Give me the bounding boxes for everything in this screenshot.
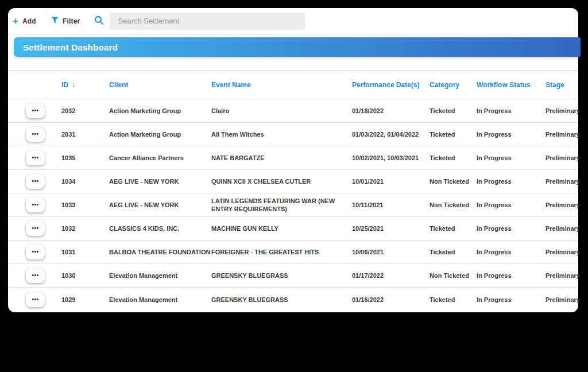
row-actions-button[interactable]: ••• bbox=[26, 103, 45, 118]
cell-stage: Preliminary bbox=[546, 296, 578, 303]
cell-category: Ticketed bbox=[430, 154, 477, 161]
row-actions-button[interactable]: ••• bbox=[26, 221, 45, 236]
cell-stage: Preliminary bbox=[546, 131, 578, 138]
cell-event-name: Clairo bbox=[211, 107, 352, 115]
cell-client: AEG LIVE - NEW YORK bbox=[109, 202, 211, 208]
cell-performance-dates: 10/25/2021 bbox=[352, 225, 430, 232]
cell-client: Action Marketing Group bbox=[109, 107, 211, 114]
cell-id: 2031 bbox=[61, 131, 109, 138]
table-row[interactable]: ••• 2032 Action Marketing Group Clairo 0… bbox=[8, 99, 578, 123]
row-actions-button[interactable]: ••• bbox=[26, 292, 45, 307]
cell-id: 1029 bbox=[61, 296, 109, 303]
ellipsis-icon: ••• bbox=[32, 202, 38, 208]
cell-event-name: All Them Witches bbox=[211, 130, 352, 138]
cell-category: Ticketed bbox=[430, 296, 477, 303]
table-body: ••• 2032 Action Marketing Group Clairo 0… bbox=[8, 99, 578, 311]
cell-id: 1034 bbox=[61, 178, 109, 185]
ellipsis-icon: ••• bbox=[32, 297, 38, 303]
magnifier-icon bbox=[94, 16, 104, 27]
cell-performance-dates: 10/01/2021 bbox=[352, 178, 430, 185]
row-actions-cell: ••• bbox=[8, 292, 61, 307]
cell-workflow-status: In Progress bbox=[477, 154, 546, 161]
column-header-id[interactable]: ID↓ bbox=[61, 81, 109, 89]
column-header-event-name[interactable]: Event Name bbox=[211, 81, 352, 89]
row-actions-button[interactable]: ••• bbox=[26, 150, 45, 165]
ellipsis-icon: ••• bbox=[32, 273, 38, 278]
cell-workflow-status: In Progress bbox=[477, 131, 546, 138]
cell-category: Ticketed bbox=[430, 225, 477, 232]
cell-event-name: GREENSKY BLUEGRASS bbox=[211, 272, 352, 280]
table-row[interactable]: ••• 2031 Action Marketing Group All Them… bbox=[8, 123, 578, 146]
search-input[interactable] bbox=[110, 13, 305, 30]
column-header-client[interactable]: Client bbox=[109, 81, 211, 89]
cell-performance-dates: 01/03/2022, 01/04/2022 bbox=[352, 131, 430, 138]
column-header-workflow-status[interactable]: Workflow Status bbox=[477, 81, 546, 89]
cell-id: 1031 bbox=[61, 249, 109, 255]
column-header-category[interactable]: Category bbox=[430, 81, 477, 89]
cell-id: 1030 bbox=[61, 272, 109, 279]
cell-stage: Preliminary bbox=[546, 154, 578, 161]
row-actions-button[interactable]: ••• bbox=[26, 245, 45, 259]
table-header-row: ID↓ Client Event Name Performance Date(s… bbox=[8, 70, 578, 99]
cell-performance-dates: 10/11/2021 bbox=[352, 202, 430, 208]
cell-client: AEG LIVE - NEW YORK bbox=[109, 178, 211, 185]
cell-performance-dates: 01/18/2022 bbox=[352, 107, 430, 114]
cell-client: Action Marketing Group bbox=[109, 131, 211, 138]
table-row[interactable]: ••• 1034 AEG LIVE - NEW YORK QUINN XCII … bbox=[8, 170, 578, 193]
column-header-stage[interactable]: Stage bbox=[546, 81, 578, 89]
cell-category: Ticketed bbox=[430, 131, 477, 138]
add-button-label: Add bbox=[22, 17, 36, 25]
table-row[interactable]: ••• 1031 BALBOA THEATRE FOUNDATION FOREI… bbox=[8, 241, 578, 264]
table-row[interactable]: ••• 1032 CLASSICS 4 KIDS, INC. MACHINE G… bbox=[8, 217, 578, 241]
cell-performance-dates: 01/17/2022 bbox=[352, 272, 430, 279]
cell-stage: Preliminary bbox=[546, 107, 578, 114]
page-title: Settlement Dashboard bbox=[23, 42, 118, 52]
table-row[interactable]: ••• 1035 Cancer Alliance Partners NATE B… bbox=[8, 146, 578, 170]
ellipsis-icon: ••• bbox=[32, 249, 38, 255]
row-actions-cell: ••• bbox=[8, 197, 61, 212]
row-actions-button[interactable]: ••• bbox=[26, 127, 45, 142]
cell-id: 2032 bbox=[61, 107, 109, 114]
cell-category: Non Ticketed bbox=[430, 178, 477, 185]
cell-performance-dates: 10/06/2021 bbox=[352, 249, 430, 255]
cell-event-name: GREENSKY BLUEGRASS bbox=[211, 296, 352, 304]
filter-button[interactable]: Filter bbox=[51, 17, 80, 26]
cell-client: Elevation Management bbox=[109, 272, 211, 279]
cell-category: Non Ticketed bbox=[430, 272, 477, 279]
add-button[interactable]: + Add bbox=[13, 17, 36, 25]
search-button[interactable] bbox=[94, 16, 104, 27]
row-actions-button[interactable]: ••• bbox=[26, 197, 45, 212]
column-header-performance-dates[interactable]: Performance Date(s) bbox=[352, 81, 430, 89]
row-actions-cell: ••• bbox=[8, 103, 61, 118]
ellipsis-icon: ••• bbox=[32, 226, 38, 231]
ellipsis-icon: ••• bbox=[32, 179, 38, 184]
cell-id: 1035 bbox=[61, 154, 109, 161]
funnel-icon bbox=[51, 17, 59, 26]
cell-stage: Preliminary bbox=[546, 202, 578, 208]
row-actions-cell: ••• bbox=[8, 150, 61, 165]
table-row[interactable]: ••• 1029 Elevation Management GREENSKY B… bbox=[8, 288, 578, 311]
cell-category: Non Ticketed bbox=[430, 202, 477, 208]
filter-button-label: Filter bbox=[63, 17, 80, 25]
toolbar: + Add Filter bbox=[8, 8, 578, 34]
row-actions-cell: ••• bbox=[8, 268, 61, 283]
cell-stage: Preliminary bbox=[546, 225, 578, 232]
ellipsis-icon: ••• bbox=[32, 155, 38, 161]
row-actions-button[interactable]: ••• bbox=[26, 268, 45, 283]
table-row[interactable]: ••• 1033 AEG LIVE - NEW YORK LATIN LEGEN… bbox=[8, 193, 578, 217]
cell-id: 1033 bbox=[61, 202, 109, 208]
page-title-bar: Settlement Dashboard bbox=[14, 37, 581, 57]
row-actions-button[interactable]: ••• bbox=[26, 174, 45, 189]
cell-client: CLASSICS 4 KIDS, INC. bbox=[109, 225, 211, 232]
cell-performance-dates: 10/02/2021, 10/03/2021 bbox=[352, 154, 430, 161]
cell-event-name: FOREIGNER - THE GREATEST HITS bbox=[211, 248, 352, 256]
row-actions-cell: ••• bbox=[8, 127, 61, 142]
cell-stage: Preliminary bbox=[546, 272, 578, 279]
cell-workflow-status: In Progress bbox=[477, 107, 546, 114]
row-actions-cell: ••• bbox=[8, 221, 61, 236]
cell-category: Ticketed bbox=[430, 107, 477, 114]
cell-workflow-status: In Progress bbox=[477, 178, 546, 185]
cell-client: Cancer Alliance Partners bbox=[109, 154, 211, 161]
cell-stage: Preliminary bbox=[546, 249, 578, 255]
table-row[interactable]: ••• 1030 Elevation Management GREENSKY B… bbox=[8, 264, 578, 288]
